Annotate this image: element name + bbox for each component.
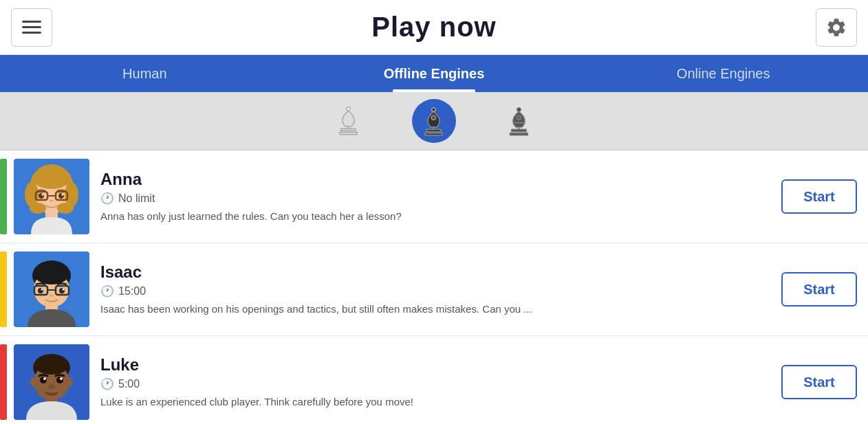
- anna-time-label: No limit: [118, 192, 155, 205]
- isaac-difficulty-bar: [0, 252, 7, 327]
- player-row-isaac: Isaac 🕐 15:00 Isaac has been working on …: [0, 243, 868, 336]
- luke-info: Luke 🕐 5:00 Luke is an experienced club …: [100, 353, 781, 412]
- nav-tabs: Human Offline Engines Online Engines: [0, 55, 868, 92]
- isaac-time-label: 15:00: [118, 285, 146, 298]
- isaac-time: 🕐 15:00: [100, 284, 781, 298]
- isaac-clock-icon: 🕐: [100, 284, 114, 298]
- header: Play now: [0, 0, 868, 55]
- tab-online-label: Online Engines: [677, 66, 770, 82]
- luke-avatar: [14, 344, 89, 420]
- luke-avatar-bg: [14, 344, 89, 420]
- isaac-description: Isaac has been working on his openings a…: [100, 302, 781, 316]
- piece-easy[interactable]: [327, 99, 371, 143]
- piece-medium[interactable]: [412, 99, 456, 143]
- luke-description: Luke is an experienced club player. Thin…: [100, 394, 781, 409]
- settings-button[interactable]: [816, 8, 857, 47]
- svg-point-2: [432, 108, 435, 111]
- luke-time-label: 5:00: [118, 378, 140, 390]
- luke-difficulty-bar: [0, 344, 7, 420]
- svg-point-43: [66, 377, 73, 387]
- page-title: Play now: [371, 12, 496, 43]
- svg-point-13: [32, 167, 71, 189]
- player-list: Anna 🕐 No limit Anna has only just learn…: [0, 150, 868, 424]
- svg-point-47: [60, 377, 63, 380]
- isaac-info: Isaac 🕐 15:00 Isaac has been working on …: [100, 260, 781, 319]
- piece-selector: [0, 92, 868, 150]
- tab-human[interactable]: Human: [0, 55, 290, 92]
- menu-button[interactable]: [11, 8, 52, 47]
- svg-point-44: [40, 377, 47, 383]
- svg-point-24: [62, 194, 64, 196]
- luke-time: 🕐 5:00: [100, 377, 781, 390]
- tab-offline-label: Offline Engines: [384, 66, 485, 82]
- svg-point-23: [42, 194, 44, 196]
- anna-avatar-svg: [14, 159, 89, 234]
- anna-description: Anna has only just learned the rules. Ca…: [100, 209, 781, 223]
- anna-avatar: [14, 159, 89, 234]
- luke-avatar-svg: [14, 344, 89, 420]
- tab-online[interactable]: Online Engines: [578, 55, 868, 92]
- svg-point-7: [517, 115, 521, 120]
- anna-difficulty-bar: [0, 159, 7, 234]
- anna-avatar-bg: [14, 159, 89, 234]
- svg-point-36: [63, 289, 65, 291]
- piece-hard[interactable]: [497, 99, 541, 143]
- svg-point-41: [34, 355, 69, 375]
- svg-point-48: [48, 384, 55, 390]
- medium-piece-icon: [417, 102, 451, 140]
- svg-point-35: [41, 289, 43, 291]
- svg-point-29: [34, 263, 69, 284]
- luke-clock-icon: 🕐: [100, 377, 114, 390]
- tab-human-label: Human: [122, 66, 166, 82]
- svg-point-46: [43, 377, 46, 380]
- isaac-avatar: [14, 252, 89, 327]
- easy-piece-icon: [332, 102, 365, 140]
- luke-name: Luke: [100, 355, 781, 375]
- anna-clock-icon: 🕐: [100, 192, 114, 205]
- isaac-avatar-bg: [14, 252, 89, 327]
- menu-icon-line3: [22, 32, 41, 34]
- isaac-start-button[interactable]: Start: [781, 272, 857, 306]
- svg-point-17: [57, 203, 74, 214]
- svg-point-42: [30, 377, 37, 387]
- isaac-avatar-svg: [14, 252, 89, 327]
- menu-icon-line1: [22, 21, 41, 23]
- player-row-anna: Anna 🕐 No limit Anna has only just learn…: [0, 150, 868, 243]
- player-row-luke: Luke 🕐 5:00 Luke is an experienced club …: [0, 336, 868, 424]
- isaac-name: Isaac: [100, 263, 781, 282]
- anna-name: Anna: [100, 170, 781, 189]
- gear-icon: [825, 16, 847, 38]
- anna-time: 🕐 No limit: [100, 192, 781, 205]
- svg-point-16: [30, 203, 46, 214]
- svg-point-0: [347, 107, 350, 111]
- svg-point-5: [517, 108, 521, 111]
- hard-piece-icon: [503, 102, 536, 140]
- tab-offline[interactable]: Offline Engines: [290, 55, 579, 92]
- svg-point-45: [56, 377, 63, 383]
- menu-icon-line2: [22, 26, 41, 28]
- svg-point-4: [431, 115, 435, 120]
- anna-start-button[interactable]: Start: [781, 179, 857, 214]
- anna-info: Anna 🕐 No limit Anna has only just learn…: [100, 167, 781, 226]
- luke-start-button[interactable]: Start: [781, 365, 857, 399]
